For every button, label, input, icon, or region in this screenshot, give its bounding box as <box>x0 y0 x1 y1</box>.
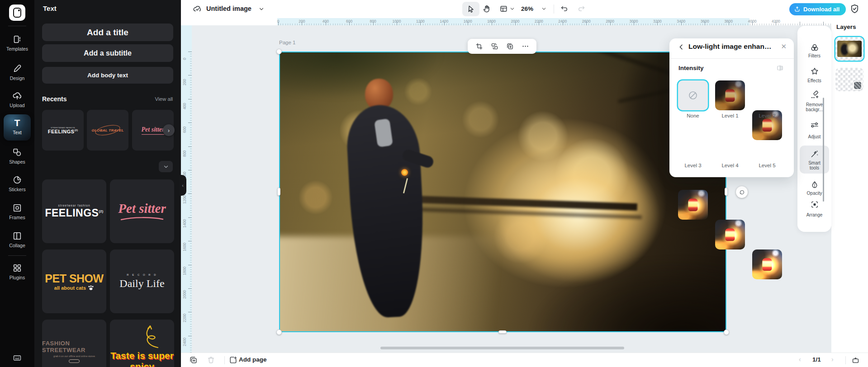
sidebar-item-text[interactable]: TText <box>4 114 31 141</box>
replace-icon[interactable] <box>491 42 498 50</box>
crop-icon[interactable] <box>475 42 483 50</box>
tool-strip-scrollbar[interactable] <box>823 98 824 202</box>
present-icon[interactable] <box>851 356 860 364</box>
sidebar-item-templates[interactable]: Templates <box>0 34 34 52</box>
keyboard-shortcuts-icon[interactable] <box>13 353 22 362</box>
previous-page-icon[interactable]: ‹ <box>799 356 801 363</box>
selection-handle-right[interactable] <box>725 188 728 196</box>
add-page-icon[interactable] <box>229 356 237 364</box>
tool-label-smart-tools[interactable]: Smarttools <box>797 160 831 170</box>
add-subtitle-button[interactable]: Add a subtitle <box>42 44 173 62</box>
add-page-label[interactable]: Add page <box>239 356 267 363</box>
arrange-icon[interactable] <box>810 200 819 209</box>
ruler-label: 1000 <box>393 19 401 24</box>
tool-label-effects[interactable]: Effects <box>797 78 831 83</box>
view-all-link[interactable]: View all <box>155 96 173 102</box>
layer-item-photo[interactable] <box>835 37 863 61</box>
intensity-option-level-4[interactable] <box>715 220 745 249</box>
before-after-icon[interactable] <box>776 64 784 72</box>
intensity-option-none[interactable] <box>678 80 708 110</box>
document-title[interactable]: Untitled image <box>206 5 251 12</box>
duplicate-page-icon[interactable] <box>189 356 198 364</box>
sidebar-item-label: Plugins <box>9 275 25 280</box>
zoom-chevron-down-icon[interactable] <box>541 6 546 11</box>
selection-handle-top-left[interactable] <box>276 49 282 54</box>
sidebar-item-shapes[interactable]: Shapes <box>0 147 34 165</box>
low-light-enhancement-popup: Low-light image enhan… ✕ Intensity NoneL… <box>669 38 794 177</box>
sidebar-item-stickers[interactable]: Stickers <box>0 175 34 192</box>
selection-handle-left[interactable] <box>277 188 280 196</box>
sidebar-item-plugins[interactable]: Plugins <box>0 263 34 280</box>
card-subtitle: grab it on our offline and online stores <box>53 355 95 358</box>
sidebar-item-design[interactable]: Design <box>0 64 34 81</box>
canvas-horizontal-scrollbar[interactable] <box>380 347 624 349</box>
sidebar-item-collage[interactable]: Collage <box>0 231 34 248</box>
more-options-icon[interactable] <box>522 42 529 50</box>
effects-icon[interactable] <box>810 67 819 76</box>
recent-template-global-travel-small[interactable]: GLOBAL TRAVEL <box>87 110 128 151</box>
card-title: FASHION STREETWEAR <box>42 340 106 353</box>
remove-background-icon[interactable] <box>810 90 819 99</box>
selection-handle-bottom-left[interactable] <box>276 329 282 335</box>
recent-template-fashion-streetwear[interactable]: FASHION STREETWEAR grab it on our offlin… <box>42 320 106 367</box>
recents-next-icon[interactable]: › <box>163 124 175 136</box>
recent-template-feelings-small[interactable]: STREETWEAR FASHION FEELINGS(2) <box>42 110 84 151</box>
layers-title: Layers <box>836 24 856 30</box>
upload-icon <box>12 91 22 101</box>
rotate-handle[interactable] <box>736 186 748 198</box>
recent-template-pet-show[interactable]: PET SHOW all about cats <box>42 249 106 313</box>
opacity-icon[interactable] <box>810 180 819 190</box>
trash-icon[interactable] <box>207 356 215 364</box>
ruler-label: 1400 <box>440 19 448 24</box>
tool-label-adjust[interactable]: Adjust <box>797 134 831 139</box>
add-title-button[interactable]: Add a title <box>42 24 173 41</box>
layout-tool[interactable] <box>499 5 508 13</box>
sidebar-item-frames[interactable]: Frames <box>0 203 34 220</box>
canvas-photo[interactable] <box>279 52 726 332</box>
sidebar-item-label: Text <box>13 130 21 135</box>
recent-template-taste-spicy[interactable]: Taste is super spicy <box>110 320 174 367</box>
rotate-icon <box>739 189 745 196</box>
redo-icon[interactable] <box>577 5 586 13</box>
page-indicator: 1/1 <box>812 356 821 363</box>
recent-template-pet-sitter[interactable]: Pet sitter <box>110 179 174 243</box>
ruler-label: 400 <box>182 103 187 109</box>
back-icon[interactable] <box>678 43 685 51</box>
sidebar-item-upload[interactable]: Upload <box>0 91 34 108</box>
panel-collapse-tab[interactable]: ‹ <box>179 175 186 196</box>
intensity-option-level-5[interactable] <box>752 249 782 279</box>
recent-template-daily-life[interactable]: R E C O R D Daily Life <box>110 249 174 313</box>
title-chevron-down-icon[interactable] <box>259 6 264 12</box>
next-page-icon[interactable]: › <box>831 356 834 363</box>
expand-recents-button[interactable] <box>159 161 173 172</box>
tool-label-filters[interactable]: Filters <box>797 53 831 58</box>
adjust-icon[interactable] <box>810 120 819 130</box>
ruler-label: 1400 <box>182 221 187 228</box>
tool-label-opacity[interactable]: Opacity <box>797 191 831 196</box>
layout-chevron-down-icon[interactable] <box>510 6 515 11</box>
selection-handle-bottom[interactable] <box>498 330 507 334</box>
intensity-option-level-3[interactable] <box>678 190 708 220</box>
close-icon[interactable]: ✕ <box>781 42 787 51</box>
zoom-level[interactable]: 26% <box>521 5 533 12</box>
duplicate-icon[interactable] <box>506 42 514 50</box>
select-tool[interactable] <box>466 5 475 14</box>
add-body-text-button[interactable]: Add body text <box>42 67 173 84</box>
intensity-option-level-1[interactable] <box>715 80 745 110</box>
templates-icon <box>12 34 22 44</box>
tool-label-arrange[interactable]: Arrange <box>797 212 831 217</box>
selection-handle-bottom-right[interactable] <box>724 329 729 335</box>
recent-template-feelings[interactable]: streetwear fashion FEELINGS(2) <box>42 179 106 243</box>
shield-check-icon[interactable] <box>849 4 860 14</box>
filters-icon[interactable] <box>810 43 819 52</box>
tool-label-remove-backgr-[interactable]: Removebackgr... <box>797 102 831 112</box>
ruler-label: 2000 <box>182 292 187 299</box>
hand-tool[interactable] <box>482 4 491 13</box>
flower <box>401 169 408 176</box>
download-all-button[interactable]: Download all <box>789 3 846 15</box>
smart-tools-icon[interactable] <box>810 149 819 159</box>
layer-item-background[interactable] <box>835 68 863 91</box>
card-title: Pet sitter <box>118 201 166 216</box>
undo-icon[interactable] <box>560 5 569 13</box>
app-logo[interactable] <box>9 5 25 21</box>
